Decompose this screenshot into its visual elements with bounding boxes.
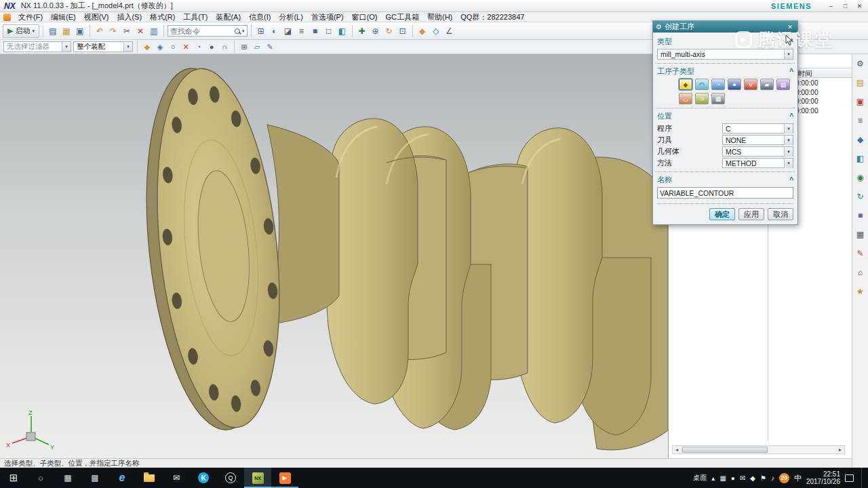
- assembly-navigator-icon[interactable]: ▤: [854, 77, 866, 88]
- search-icon[interactable]: [235, 28, 240, 34]
- subtype-section-header[interactable]: 工序子类型 ^: [657, 66, 793, 77]
- chevron-down-icon[interactable]: ▾: [62, 42, 71, 52]
- snap-quadrant-icon[interactable]: ◔: [193, 41, 204, 52]
- collapse-chevron-icon[interactable]: ^: [789, 113, 793, 120]
- desktop-toolbar-label[interactable]: 桌面: [693, 473, 707, 483]
- collapse-chevron-icon[interactable]: ^: [789, 38, 793, 45]
- taskbar-qq[interactable]: Q: [217, 468, 244, 488]
- tray-audio-icon[interactable]: ♪: [771, 474, 774, 482]
- ime-indicator[interactable]: 中: [794, 473, 802, 483]
- chevron-down-icon[interactable]: ▾: [784, 49, 793, 59]
- shaded-view-icon[interactable]: ■: [309, 25, 321, 37]
- type-section-header[interactable]: 类型 ^: [657, 37, 793, 47]
- customize-gear-icon[interactable]: ⚙: [854, 58, 866, 69]
- method-dropdown[interactable]: METHOD ▾: [722, 158, 793, 168]
- internet-browser-icon[interactable]: ◉: [854, 171, 866, 183]
- reuse-library-icon[interactable]: ◆: [854, 134, 866, 145]
- show-desktop-button[interactable]: [861, 468, 865, 488]
- paste-icon[interactable]: ▥: [148, 25, 160, 37]
- chevron-down-icon[interactable]: ▾: [784, 147, 793, 157]
- window-layout-icon[interactable]: ⊞: [255, 25, 267, 37]
- menu-information[interactable]: 信息(I): [245, 12, 275, 22]
- menu-qq-group[interactable]: QQ群：282223847: [456, 12, 528, 22]
- snap-tangent-icon[interactable]: ∩: [219, 41, 230, 52]
- cancel-button[interactable]: 取消: [768, 208, 793, 220]
- display-mode-icon[interactable]: ◪: [282, 25, 294, 37]
- dialog-titlebar[interactable]: ⚙ 创建工序 ✕: [653, 21, 797, 33]
- taskbar-clock[interactable]: 22:51 2017/10/26: [806, 470, 840, 485]
- snap-center-icon[interactable]: ○: [167, 41, 178, 52]
- wireframe-view-icon[interactable]: □: [323, 25, 335, 37]
- dialog-close-icon[interactable]: ✕: [785, 24, 795, 30]
- save-icon[interactable]: ▣: [74, 25, 86, 37]
- cortana-search-button[interactable]: ○: [27, 468, 54, 488]
- tray-security-icon[interactable]: ◆: [750, 474, 755, 482]
- snap-existing-point-icon[interactable]: ●: [206, 41, 217, 52]
- menu-edit[interactable]: 编辑(E): [47, 12, 80, 22]
- menu-tools[interactable]: 工具(T): [179, 12, 212, 22]
- menu-analysis[interactable]: 分析(L): [275, 12, 307, 22]
- snap-endpoint-icon[interactable]: ◆: [142, 41, 153, 52]
- snap-point-icon[interactable]: ◇: [430, 25, 442, 37]
- process-studio-icon[interactable]: ■: [854, 209, 866, 221]
- notification-center-icon[interactable]: [845, 474, 854, 482]
- chevron-down-icon[interactable]: ▾: [784, 136, 793, 145]
- collapse-chevron-icon[interactable]: ^: [789, 176, 793, 184]
- geometry-dropdown[interactable]: MCS ▾: [722, 146, 793, 157]
- ok-button[interactable]: 确定: [709, 208, 735, 220]
- start-menu-button[interactable]: ▶ 启动 ▾: [3, 24, 39, 38]
- chevron-down-icon[interactable]: ▾: [784, 159, 793, 168]
- tray-display-icon[interactable]: ▦: [719, 474, 726, 482]
- taskbar-tencent-classroom[interactable]: ▶: [271, 468, 298, 488]
- search-input[interactable]: [170, 27, 233, 35]
- undo-icon[interactable]: ↶: [94, 25, 106, 37]
- section-view-icon[interactable]: ◧: [336, 25, 349, 37]
- pan-view-icon[interactable]: ✚: [356, 25, 368, 37]
- constraint-navigator-icon[interactable]: ▣: [854, 96, 866, 107]
- menu-assembly[interactable]: 装配(A): [212, 12, 245, 22]
- grid-snap-icon[interactable]: ⊞: [239, 41, 250, 52]
- maximize-button[interactable]: □: [840, 1, 851, 10]
- menu-preferences[interactable]: 首选项(P): [307, 12, 348, 22]
- subtype-icon-variable-contour[interactable]: ◆: [679, 79, 692, 90]
- menu-window[interactable]: 窗口(O): [348, 12, 382, 22]
- layers-icon[interactable]: ≡: [296, 25, 308, 37]
- taskbar-edge-browser[interactable]: e: [108, 468, 136, 488]
- view-manager-icon[interactable]: ◧: [854, 152, 866, 164]
- app-menu-icon[interactable]: [3, 14, 11, 21]
- scroll-right-icon[interactable]: ▸: [836, 447, 844, 453]
- subtype-icon-solid-profile-3d[interactable]: ▰: [760, 79, 774, 90]
- selection-scope-dropdown[interactable]: 整个装配 ▾: [73, 41, 133, 52]
- subtype-icon-contour-area[interactable]: ◔: [711, 79, 725, 90]
- sketch-tool-icon[interactable]: ✎: [264, 41, 275, 52]
- cut-icon[interactable]: ✂: [121, 25, 133, 37]
- collapse-chevron-icon[interactable]: ^: [789, 68, 793, 75]
- subtype-icon-sequential-mill[interactable]: ▨: [776, 79, 790, 90]
- minimize-button[interactable]: –: [825, 1, 837, 10]
- manufacturing-wizard-icon[interactable]: ▦: [854, 228, 866, 240]
- chevron-down-icon[interactable]: ▾: [123, 42, 132, 52]
- location-section-header[interactable]: 位置 ^: [657, 111, 793, 121]
- tray-cloud-icon[interactable]: ●: [731, 474, 735, 482]
- taskbar-app-tiles[interactable]: ▩: [81, 468, 108, 488]
- search-dropdown-icon[interactable]: ▾: [242, 28, 245, 34]
- chevron-down-icon[interactable]: ▾: [784, 124, 793, 134]
- qq-unread-badge[interactable]: 20: [779, 473, 789, 483]
- open-file-icon[interactable]: ▦: [60, 25, 73, 37]
- tray-mail-icon[interactable]: ✉: [740, 474, 745, 482]
- redo-icon[interactable]: ↷: [107, 25, 119, 37]
- apply-button[interactable]: 应用: [738, 208, 764, 220]
- taskbar-kugou-music[interactable]: K: [190, 468, 217, 488]
- operation-name-input[interactable]: [657, 187, 793, 199]
- menu-insert[interactable]: 插入(S): [113, 12, 146, 22]
- horizontal-scrollbar[interactable]: ◂ ▸: [672, 445, 845, 454]
- graphics-viewport[interactable]: Z X Y: [0, 54, 668, 458]
- subtype-icon-variable-streamline[interactable]: ◠: [695, 79, 709, 90]
- history-icon[interactable]: ↻: [854, 190, 866, 202]
- delete-icon[interactable]: ✕: [134, 25, 146, 37]
- scroll-left-icon[interactable]: ◂: [673, 447, 681, 453]
- rotate-view-icon[interactable]: ↻: [383, 25, 395, 37]
- taskbar-mail[interactable]: ✉: [163, 468, 190, 488]
- name-section-header[interactable]: 名称 ^: [657, 175, 793, 185]
- subtype-icon-fixed-contour[interactable]: ●: [728, 79, 741, 90]
